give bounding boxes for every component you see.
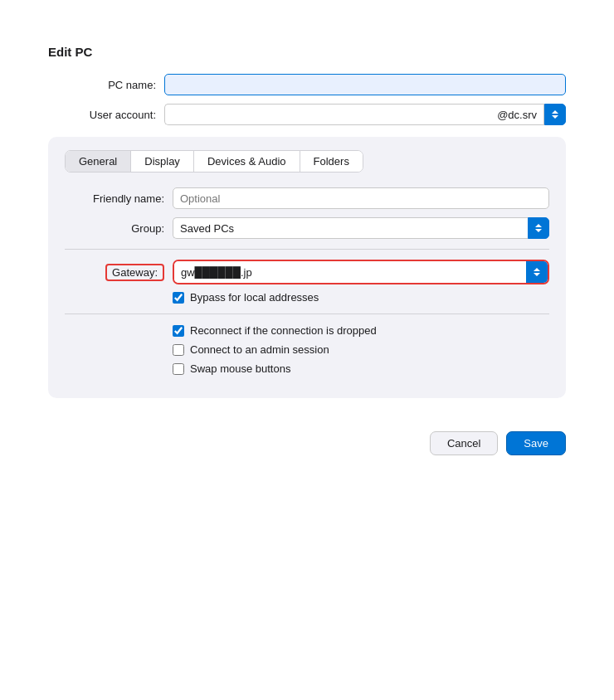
bypass-row: Bypass for local addresses <box>173 291 549 304</box>
user-account-label: User account: <box>48 109 156 121</box>
gateway-input[interactable] <box>174 261 526 283</box>
swap-mouse-row: Swap mouse buttons <box>173 362 549 375</box>
friendly-name-row: Friendly name: <box>65 187 549 209</box>
user-account-input[interactable] <box>164 104 490 125</box>
admin-session-row: Connect to an admin session <box>173 343 549 356</box>
admin-session-label: Connect to an admin session <box>190 343 329 356</box>
pc-name-label: PC name: <box>48 79 156 91</box>
divider-2 <box>65 314 549 314</box>
group-arrow-down-icon <box>535 229 542 232</box>
bypass-checkbox[interactable] <box>173 292 184 304</box>
group-label: Group: <box>65 222 164 235</box>
swap-mouse-label: Swap mouse buttons <box>190 362 290 375</box>
pc-name-input[interactable] <box>164 74 566 95</box>
user-account-row: User account: @dc.srv <box>48 104 566 125</box>
friendly-name-field <box>173 187 549 209</box>
reconnect-row: Reconnect if the connection is dropped <box>173 324 549 337</box>
group-arrows <box>535 224 542 232</box>
user-account-arrows <box>552 110 558 119</box>
tabs-bar: General Display Devices & Audio Folders <box>65 150 363 173</box>
dialog-title: Edit PC <box>48 45 566 59</box>
tab-folders[interactable]: Folders <box>300 151 363 172</box>
group-row: Group: <box>65 217 549 239</box>
admin-session-checkbox[interactable] <box>173 344 184 356</box>
divider-1 <box>65 249 549 250</box>
gateway-select-box <box>173 260 549 284</box>
gateway-row: Gateway: <box>65 260 549 284</box>
gateway-field <box>173 260 549 284</box>
reconnect-checkbox[interactable] <box>173 325 184 337</box>
tab-devices-audio[interactable]: Devices & Audio <box>194 151 300 172</box>
gateway-arrow-down-icon <box>534 273 540 276</box>
pc-name-field <box>164 74 566 95</box>
group-input[interactable] <box>173 217 528 239</box>
swap-mouse-checkbox[interactable] <box>173 363 184 375</box>
gateway-arrow-btn[interactable] <box>526 261 548 283</box>
reconnect-label: Reconnect if the connection is dropped <box>190 324 377 337</box>
cancel-button[interactable]: Cancel <box>430 431 498 455</box>
bypass-label: Bypass for local addresses <box>190 291 319 304</box>
user-account-field: @dc.srv <box>164 104 566 125</box>
group-select-wrapper <box>173 217 549 239</box>
tab-general[interactable]: General <box>66 151 131 172</box>
edit-pc-dialog: Edit PC PC name: User account: @dc.srv <box>25 25 589 475</box>
save-button[interactable]: Save <box>506 431 566 455</box>
user-account-suffix: @dc.srv <box>490 104 544 125</box>
gateway-arrow-up-icon <box>534 268 540 271</box>
group-arrow-btn[interactable] <box>528 217 549 239</box>
gateway-arrows <box>534 268 540 276</box>
pc-name-row: PC name: <box>48 74 566 95</box>
user-account-select-wrapper: @dc.srv <box>164 104 566 125</box>
gateway-label: Gateway: <box>105 264 164 281</box>
tabs-section: General Display Devices & Audio Folders … <box>48 137 566 398</box>
group-field <box>173 217 549 239</box>
arrow-up-icon <box>552 110 558 114</box>
gateway-label-wrapper: Gateway: <box>65 264 164 281</box>
arrow-down-icon <box>552 115 558 119</box>
tab-display[interactable]: Display <box>131 151 194 172</box>
friendly-name-label: Friendly name: <box>65 192 164 205</box>
bottom-buttons: Cancel Save <box>48 423 566 455</box>
friendly-name-input[interactable] <box>173 187 549 209</box>
user-account-arrow-btn[interactable] <box>544 104 566 125</box>
group-arrow-up-icon <box>535 224 542 227</box>
